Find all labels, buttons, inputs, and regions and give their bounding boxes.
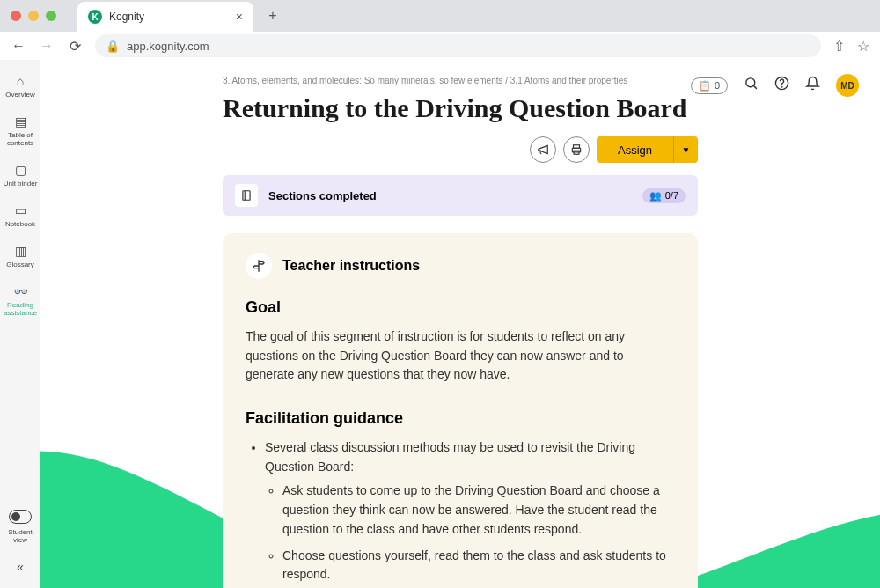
breadcrumb[interactable]: 3. Atoms, elements, and molecules: So ma… [223,76,698,85]
sidebar-label: Student view [2,528,39,544]
bookmark-icon[interactable]: ☆ [857,38,869,55]
browser-tab[interactable]: K Kognity × [77,2,253,32]
lock-icon: 🔒 [106,40,120,53]
print-button[interactable] [563,136,590,163]
forward-icon: → [39,38,55,54]
list-item: Ask students to come up to the Driving Q… [282,481,675,539]
goal-heading: Goal [246,298,675,317]
minimize-window[interactable] [28,11,39,21]
sections-completed-banner[interactable]: Sections completed 👥 0/7 [223,175,698,216]
top-toolbar: 📋 0 MD [691,74,859,97]
reload-icon[interactable]: ⟳ [67,38,83,55]
sidebar-item-binder[interactable]: ▢ Unit binder [0,163,40,187]
notebook-icon: ▭ [15,203,26,217]
clipboard-icon: 📋 [699,80,711,92]
address-row: ← → ⟳ 🔒 app.kognity.com ⇧ ☆ [0,32,880,60]
list-item: Several class discussion methods may be … [265,438,675,588]
sidebar-label: Unit binder [4,180,38,187]
back-icon[interactable]: ← [11,38,26,54]
svg-line-1 [753,85,757,89]
main-content: 📋 0 MD 3. Atoms, elements, and molecules… [40,60,880,588]
assign-dropdown[interactable]: ▼ [673,136,698,163]
share-icon[interactable]: ⇧ [833,38,845,55]
action-bar: Assign ▼ [223,136,698,163]
bell-icon[interactable] [805,76,820,95]
browser-chrome: K Kognity × + ← → ⟳ 🔒 app.kognity.com ⇧ … [0,0,880,60]
teacher-instructions-card: Teacher instructions Goal The goal of th… [223,233,698,588]
help-icon[interactable] [774,76,789,95]
collapse-sidebar-icon[interactable]: « [17,560,24,574]
sidebar-item-toc[interactable]: ▤ Table of contents [0,114,40,147]
home-icon: ⌂ [17,74,24,88]
sidebar-item-notebook[interactable]: ▭ Notebook [0,203,40,228]
avatar[interactable]: MD [836,74,859,97]
svg-point-3 [781,86,782,87]
book-icon [235,184,258,207]
sections-count-badge: 👥 0/7 [642,188,686,203]
sidebar-label: Reading assistance [2,301,39,317]
favicon: K [88,10,102,24]
close-tab-icon[interactable]: × [236,10,243,24]
facilitation-intro: Several class discussion methods may be … [265,440,635,474]
sidebar-item-overview[interactable]: ⌂ Overview [0,74,40,99]
maximize-window[interactable] [46,11,56,21]
teacher-instructions-heading: Teacher instructions [282,258,420,274]
facilitation-list: Several class discussion methods may be … [246,438,675,588]
search-icon[interactable] [744,76,759,95]
sidebar: ⌂ Overview ▤ Table of contents ▢ Unit bi… [0,60,40,588]
svg-point-0 [746,78,755,87]
toc-icon: ▤ [15,114,26,129]
window-controls [11,11,56,21]
sections-completed-label: Sections completed [268,189,632,202]
assign-button-group: Assign ▼ [597,136,698,163]
toggle-icon [9,510,32,524]
folder-icon: ▢ [15,163,26,177]
sections-count: 0/7 [665,190,678,201]
tab-title: Kognity [109,11,229,23]
svg-rect-7 [243,191,250,201]
page-title: Returning to the Driving Question Board [223,92,698,124]
sidebar-label: Table of contents [2,131,39,147]
badge-count: 0 [715,80,720,91]
sidebar-item-reading-assistance[interactable]: 👓 Reading assistance [0,284,40,317]
glossary-icon: ▥ [15,244,26,258]
signpost-icon [246,253,272,279]
announce-button[interactable] [530,136,556,163]
facilitation-heading: Facilitation guidance [246,409,675,428]
sidebar-label: Glossary [6,261,34,268]
student-view-toggle[interactable]: Student view [0,510,40,544]
glasses-icon: 👓 [13,284,28,298]
sidebar-label: Notebook [5,220,35,228]
sidebar-item-glossary[interactable]: ▥ Glossary [0,244,40,268]
goal-text: The goal of this segment of instruction … [246,327,675,385]
address-bar[interactable]: 🔒 app.kognity.com [95,34,821,57]
close-window[interactable] [11,11,21,21]
people-icon: 👥 [649,190,662,202]
url-text: app.kognity.com [127,40,209,53]
new-tab-button[interactable]: + [260,4,285,28]
tab-bar: K Kognity × + [0,0,880,32]
assign-button[interactable]: Assign [597,136,673,163]
list-item: Choose questions yourself, read them to … [282,547,675,584]
sidebar-label: Overview [5,91,34,99]
clipboard-badge[interactable]: 📋 0 [691,77,728,94]
